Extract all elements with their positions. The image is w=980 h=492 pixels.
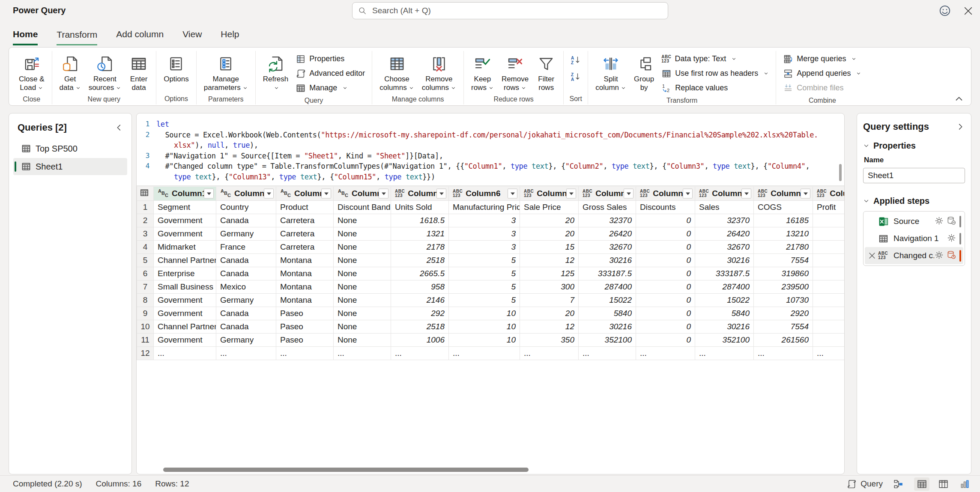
schema-view-button[interactable] bbox=[935, 477, 951, 491]
sort-za-button[interactable]: ZA bbox=[567, 69, 584, 85]
grid-horizontal-scrollbar-track[interactable] bbox=[140, 468, 841, 472]
cell[interactable]: 261560 bbox=[754, 334, 813, 347]
row-number[interactable]: 11 bbox=[137, 334, 154, 347]
cell[interactable]: Sale Price bbox=[520, 201, 579, 214]
filter-dropdown-column3[interactable] bbox=[321, 189, 331, 199]
cell[interactable] bbox=[813, 294, 845, 307]
cell[interactable]: 10 bbox=[449, 307, 520, 320]
combine-files-button[interactable]: Combine files bbox=[780, 81, 865, 95]
cell[interactable]: 0 bbox=[636, 241, 695, 254]
query-item-top-sp500[interactable]: Top SP500 bbox=[13, 140, 127, 157]
cell[interactable]: Paseo bbox=[276, 320, 334, 334]
row-number[interactable]: 3 bbox=[137, 227, 154, 241]
cell[interactable]: 333187.5 bbox=[579, 267, 636, 280]
row-number[interactable]: 10 bbox=[137, 320, 154, 334]
cell[interactable]: 5 bbox=[449, 254, 520, 267]
cell[interactable]: 125 bbox=[520, 267, 579, 280]
cell[interactable]: Carretera bbox=[276, 214, 334, 227]
collapse-ribbon-button[interactable] bbox=[953, 93, 965, 104]
cell[interactable] bbox=[813, 280, 845, 294]
tab-help[interactable]: Help bbox=[221, 29, 239, 45]
column-header-column12[interactable]: ABC123Column12 bbox=[813, 187, 845, 201]
search-input[interactable]: Search (Alt + Q) bbox=[352, 2, 668, 19]
cell[interactable]: Profit bbox=[813, 201, 845, 214]
cell[interactable]: None bbox=[334, 214, 391, 227]
cell[interactable]: 319860 bbox=[754, 267, 813, 280]
row-number[interactable]: 5 bbox=[137, 254, 154, 267]
formula-editor[interactable]: 1let2Source = Excel.Workbook(Web.Content… bbox=[137, 113, 844, 186]
cell[interactable]: 352100 bbox=[695, 334, 754, 347]
cell[interactable]: Montana bbox=[276, 294, 334, 307]
profile-view-button[interactable] bbox=[957, 477, 972, 491]
column-header-column8[interactable]: ABC123Column8 bbox=[579, 187, 636, 201]
row-number[interactable]: 4 bbox=[137, 241, 154, 254]
cell[interactable]: Gross Sales bbox=[579, 201, 636, 214]
merge-queries-button[interactable]: Merge queries bbox=[780, 52, 865, 66]
group-by-button[interactable]: Groupby bbox=[630, 51, 658, 94]
cell[interactable]: 21780 bbox=[754, 241, 813, 254]
row-number[interactable]: 6 bbox=[137, 267, 154, 280]
cell[interactable]: Paseo bbox=[276, 307, 334, 320]
tab-view[interactable]: View bbox=[182, 29, 202, 45]
filter-dropdown-column11[interactable] bbox=[801, 189, 810, 199]
cell[interactable]: 3 bbox=[449, 241, 520, 254]
cell[interactable]: 2146 bbox=[391, 294, 449, 307]
cell[interactable]: None bbox=[334, 280, 391, 294]
cell[interactable]: 5 bbox=[449, 267, 520, 280]
cell[interactable]: Discount Band bbox=[334, 201, 391, 214]
cell[interactable]: 26420 bbox=[695, 227, 754, 241]
cell[interactable]: ... bbox=[216, 347, 276, 360]
cell[interactable]: Government bbox=[154, 334, 216, 347]
cell[interactable]: 32670 bbox=[695, 241, 754, 254]
cell[interactable]: Germany bbox=[216, 227, 276, 241]
column-header-column2[interactable]: ABCColumn2 bbox=[216, 187, 276, 201]
cell[interactable]: COGS bbox=[754, 201, 813, 214]
cell[interactable]: Government bbox=[154, 294, 216, 307]
cell[interactable]: ... bbox=[579, 347, 636, 360]
filter-dropdown-column1[interactable] bbox=[204, 189, 214, 199]
recent-sources-button[interactable]: Recentsources bbox=[85, 51, 125, 94]
expand-settings-panel-icon[interactable] bbox=[956, 122, 965, 131]
options-button[interactable]: Options bbox=[160, 51, 193, 85]
cell[interactable] bbox=[813, 267, 845, 280]
cell[interactable]: 0 bbox=[636, 227, 695, 241]
row-number[interactable]: 2 bbox=[137, 214, 154, 227]
filter-dropdown-column7[interactable] bbox=[566, 189, 576, 199]
cell[interactable]: ... bbox=[334, 347, 391, 360]
cell[interactable]: Sales bbox=[695, 201, 754, 214]
cell[interactable] bbox=[813, 241, 845, 254]
cell[interactable]: 10 bbox=[449, 334, 520, 347]
cell[interactable]: Carretera bbox=[276, 227, 334, 241]
cell[interactable] bbox=[813, 214, 845, 227]
cell[interactable]: France bbox=[216, 241, 276, 254]
cell[interactable]: 2518 bbox=[391, 254, 449, 267]
split-column-button[interactable]: Splitcolumn bbox=[592, 51, 630, 94]
cell[interactable]: None bbox=[334, 254, 391, 267]
cell[interactable]: Discounts bbox=[636, 201, 695, 214]
cell[interactable]: 0 bbox=[636, 280, 695, 294]
filter-rows-button[interactable]: Filterrows bbox=[532, 51, 560, 94]
filter-dropdown-column4[interactable] bbox=[379, 189, 388, 199]
cell[interactable]: 30216 bbox=[695, 320, 754, 334]
row-number[interactable]: 9 bbox=[137, 307, 154, 320]
cell[interactable]: Product bbox=[276, 201, 334, 214]
cell[interactable]: 287400 bbox=[695, 280, 754, 294]
row-number[interactable]: 12 bbox=[137, 347, 154, 360]
cell[interactable]: 2920 bbox=[754, 307, 813, 320]
cell[interactable] bbox=[813, 227, 845, 241]
cell[interactable]: Government bbox=[154, 227, 216, 241]
replace-values-button[interactable]: 12Replace values bbox=[658, 81, 772, 95]
cell[interactable]: Canada bbox=[216, 214, 276, 227]
use-first-row-as-headers-button[interactable]: Use first row as headers bbox=[658, 66, 772, 81]
cell[interactable]: 20 bbox=[520, 214, 579, 227]
cell[interactable]: 292 bbox=[391, 307, 449, 320]
cell[interactable]: 5840 bbox=[695, 307, 754, 320]
cell[interactable]: 350 bbox=[520, 334, 579, 347]
cell[interactable]: None bbox=[334, 227, 391, 241]
cell[interactable]: ... bbox=[276, 347, 334, 360]
cell[interactable]: Germany bbox=[216, 334, 276, 347]
cell[interactable]: Manufacturing Price bbox=[449, 201, 520, 214]
cell[interactable]: Montana bbox=[276, 280, 334, 294]
cell[interactable]: 1006 bbox=[391, 334, 449, 347]
tab-add-column[interactable]: Add column bbox=[116, 29, 164, 45]
